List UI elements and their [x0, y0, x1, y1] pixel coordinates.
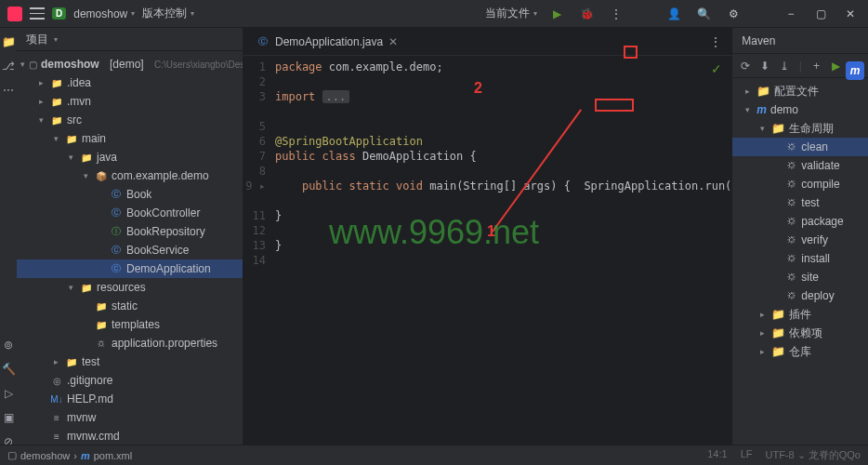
- tree-app[interactable]: ⒸDemoApplication: [17, 259, 243, 278]
- mv-package[interactable]: ⛭package: [732, 212, 868, 231]
- maven-panel-header: Maven ⋮ −: [732, 28, 868, 54]
- status-bar: ▢ demoshow › m pom.xml 14:1 LF UTF-8 ⌄ 龙…: [0, 445, 868, 465]
- mv-lifecycle[interactable]: ▾📁生命周期: [732, 119, 868, 138]
- generate-icon[interactable]: ⬇: [760, 58, 770, 74]
- main-menu-icon[interactable]: [30, 7, 45, 21]
- tree-src[interactable]: ▾📁src: [17, 111, 243, 129]
- project-tree[interactable]: ▾▢demoshow [demo] C:\Users\xiangbo\Deskt…: [17, 51, 243, 458]
- gutter: 123 56789 ▸ 11121314: [243, 56, 271, 458]
- project-badge: D: [52, 7, 66, 20]
- editor-tabs: Ⓒ DemoApplication.java ✕ ⋮: [243, 28, 731, 56]
- mv-deploy[interactable]: ⛭deploy: [732, 286, 868, 305]
- mv-site[interactable]: ⛭site: [732, 268, 868, 286]
- tree-props[interactable]: ⛭application.properties: [17, 334, 243, 352]
- more-actions-icon[interactable]: ⋮: [606, 4, 626, 24]
- maven-tool-badge-icon[interactable]: m: [846, 61, 864, 80]
- line-sep[interactable]: LF: [741, 448, 753, 462]
- tree-mvnw[interactable]: ≡mvnw: [17, 408, 243, 427]
- tree-test[interactable]: ▸📁test: [17, 352, 243, 371]
- tree-repo[interactable]: ⒾBookRepository: [17, 222, 243, 241]
- tab-close-icon[interactable]: ✕: [388, 35, 398, 48]
- editor-area: Ⓒ DemoApplication.java ✕ ⋮ ✓ 123 56789 ▸…: [243, 28, 731, 458]
- add-icon[interactable]: +: [811, 58, 822, 74]
- mv-validate[interactable]: ⛭validate: [732, 156, 868, 175]
- vcs-label: 版本控制: [142, 6, 187, 21]
- maven-tree[interactable]: ▸📁配置文件 ▾mdemo ▾📁生命周期 ⛭clean ⛭validate ⛭c…: [732, 78, 868, 365]
- panel-title: 项目: [26, 32, 48, 47]
- caret-pos[interactable]: 14:1: [707, 448, 727, 462]
- tree-static[interactable]: 📁static: [17, 297, 243, 315]
- titlebar: D demoshow▾ 版本控制▾ 当前文件▾ ▶ 🐞 ⋮ 👤 🔍 ⚙ − ▢ …: [0, 0, 868, 28]
- run-config-dropdown[interactable]: 当前文件▾: [485, 6, 537, 21]
- left-toolbar: 📁 ⎇ ⋯ ⊚ 🔨 ▷ ▣ ⊘: [0, 28, 17, 458]
- mv-install[interactable]: ⛭install: [732, 249, 868, 268]
- run-tool-icon[interactable]: ▷: [0, 385, 17, 402]
- mv-compile[interactable]: ⛭compile: [732, 175, 868, 193]
- search-icon[interactable]: 🔍: [693, 4, 714, 24]
- tree-book[interactable]: ⒸBook: [17, 185, 243, 204]
- maven-title: Maven: [742, 34, 775, 47]
- code-content[interactable]: package com.example.demo; import ... @Sp…: [271, 56, 731, 458]
- mv-profiles[interactable]: ▸📁配置文件: [732, 82, 868, 100]
- root-tag: [demo]: [110, 58, 144, 71]
- project-panel-header: 项目 ▾: [17, 28, 243, 51]
- run-maven-icon[interactable]: ▶: [831, 58, 841, 74]
- debug-icon[interactable]: 🐞: [576, 4, 597, 24]
- mv-verify[interactable]: ⛭verify: [732, 231, 868, 249]
- tree-gitignore[interactable]: ◎.gitignore: [17, 371, 243, 390]
- terminal-tool-icon[interactable]: ▣: [0, 409, 17, 426]
- editor-body[interactable]: ✓ 123 56789 ▸ 11121314 package com.examp…: [243, 56, 731, 458]
- download-icon[interactable]: ⤓: [780, 58, 790, 74]
- mv-repos[interactable]: ▸📁仓库: [732, 342, 868, 361]
- tree-service[interactable]: ⒸBookService: [17, 241, 243, 259]
- maven-panel: Maven ⋮ − ⟳ ⬇ ⤓ | + ▶ ⧉ ☁ ⊘ ⧉ ⤡ | ⚲ | ⛭ …: [731, 28, 868, 458]
- mv-plugins[interactable]: ▸📁插件: [732, 305, 868, 324]
- breadcrumb-project[interactable]: demoshow: [20, 450, 70, 461]
- ide-logo-icon: [7, 7, 22, 21]
- mv-clean[interactable]: ⛭clean: [732, 138, 868, 156]
- mv-dependencies[interactable]: ▸📁依赖项: [732, 324, 868, 342]
- restore-icon[interactable]: ▢: [810, 4, 831, 24]
- settings-icon[interactable]: ⚙: [723, 4, 743, 24]
- mv-test[interactable]: ⛭test: [732, 193, 868, 212]
- breadcrumb-sep: ▢: [7, 449, 17, 461]
- services-tool-icon[interactable]: ⊚: [0, 337, 17, 353]
- tree-mvnwcmd[interactable]: ≡mvnw.cmd: [17, 427, 243, 445]
- tree-mvn[interactable]: ▸📁.mvn: [17, 92, 243, 111]
- tab-demoapplication[interactable]: Ⓒ DemoApplication.java ✕: [249, 28, 405, 55]
- project-tool-icon[interactable]: 📁: [0, 33, 17, 50]
- tree-root[interactable]: ▾▢demoshow [demo] C:\Users\xiangbo\Deskt…: [17, 55, 243, 73]
- tab-label: DemoApplication.java: [275, 35, 383, 48]
- run-config-label: 当前文件: [485, 6, 530, 21]
- run-icon[interactable]: ▶: [546, 4, 567, 24]
- reload-icon[interactable]: ⟳: [740, 58, 750, 74]
- project-name: demoshow: [73, 7, 127, 20]
- minimize-icon[interactable]: −: [781, 4, 801, 24]
- tree-templates[interactable]: 📁templates: [17, 315, 243, 334]
- close-icon[interactable]: ✕: [840, 4, 861, 24]
- tree-resources[interactable]: ▾📁resources: [17, 278, 243, 297]
- java-file-icon: Ⓒ: [256, 35, 270, 48]
- vcs-dropdown[interactable]: 版本控制▾: [142, 6, 194, 21]
- tree-main[interactable]: ▾📁main: [17, 129, 243, 148]
- tree-java[interactable]: ▾📁java: [17, 148, 243, 166]
- project-dropdown[interactable]: demoshow▾: [73, 7, 135, 20]
- project-panel: 项目 ▾ ▾▢demoshow [demo] C:\Users\xiangbo\…: [17, 28, 243, 458]
- commit-tool-icon[interactable]: ⎇: [0, 58, 17, 74]
- status-extra[interactable]: UTF-8 ⌄ 龙脊的QQo: [765, 448, 861, 462]
- breadcrumb-file[interactable]: pom.xml: [94, 450, 133, 461]
- build-tool-icon[interactable]: 🔨: [0, 361, 17, 378]
- root-name: demoshow: [41, 58, 99, 71]
- tab-actions-icon[interactable]: ⋮: [705, 32, 726, 52]
- inspection-ok-icon: ✓: [711, 61, 722, 76]
- tree-controller[interactable]: ⒸBookController: [17, 204, 243, 222]
- tree-idea[interactable]: ▸📁.idea: [17, 73, 243, 92]
- tree-pkg[interactable]: ▾📦com.example.demo: [17, 166, 243, 185]
- tree-help[interactable]: M↓HELP.md: [17, 390, 243, 408]
- code-with-me-icon[interactable]: 👤: [664, 4, 684, 24]
- mv-demo[interactable]: ▾mdemo: [732, 100, 868, 119]
- root-path: C:\Users\xiangbo\Desktop\springboot\demo…: [154, 60, 243, 70]
- more-tool-icon[interactable]: ⋯: [0, 82, 17, 99]
